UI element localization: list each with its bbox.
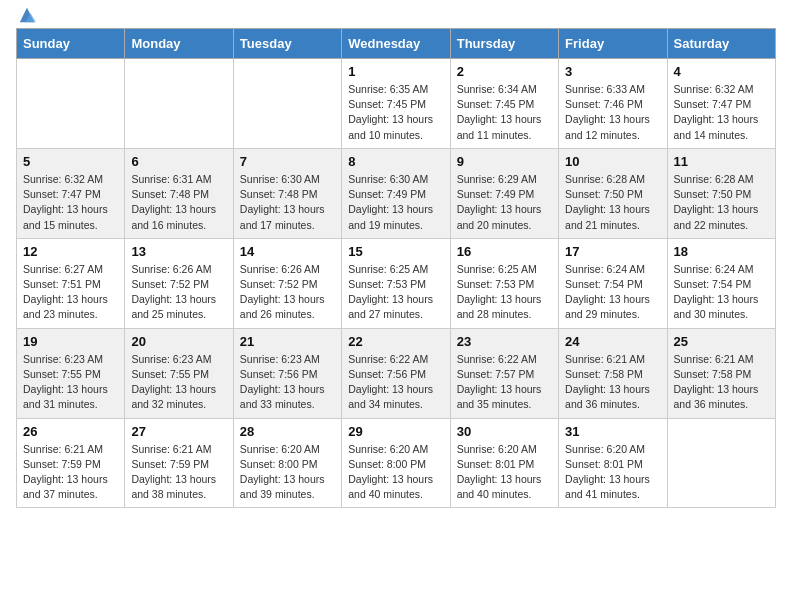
day-number: 6 xyxy=(131,154,226,169)
day-info: Sunrise: 6:28 AM Sunset: 7:50 PM Dayligh… xyxy=(565,172,660,233)
day-info: Sunrise: 6:35 AM Sunset: 7:45 PM Dayligh… xyxy=(348,82,443,143)
day-info: Sunrise: 6:34 AM Sunset: 7:45 PM Dayligh… xyxy=(457,82,552,143)
weekday-header-wednesday: Wednesday xyxy=(342,29,450,59)
calendar-cell: 30Sunrise: 6:20 AM Sunset: 8:01 PM Dayli… xyxy=(450,418,558,508)
day-number: 24 xyxy=(565,334,660,349)
calendar-cell: 17Sunrise: 6:24 AM Sunset: 7:54 PM Dayli… xyxy=(559,238,667,328)
calendar-cell xyxy=(233,59,341,149)
calendar-cell: 27Sunrise: 6:21 AM Sunset: 7:59 PM Dayli… xyxy=(125,418,233,508)
day-info: Sunrise: 6:26 AM Sunset: 7:52 PM Dayligh… xyxy=(240,262,335,323)
calendar-cell: 23Sunrise: 6:22 AM Sunset: 7:57 PM Dayli… xyxy=(450,328,558,418)
calendar-cell: 16Sunrise: 6:25 AM Sunset: 7:53 PM Dayli… xyxy=(450,238,558,328)
day-number: 16 xyxy=(457,244,552,259)
calendar-cell xyxy=(667,418,775,508)
day-number: 1 xyxy=(348,64,443,79)
calendar-table: SundayMondayTuesdayWednesdayThursdayFrid… xyxy=(16,28,776,508)
calendar-cell: 21Sunrise: 6:23 AM Sunset: 7:56 PM Dayli… xyxy=(233,328,341,418)
day-info: Sunrise: 6:23 AM Sunset: 7:55 PM Dayligh… xyxy=(23,352,118,413)
calendar-cell: 22Sunrise: 6:22 AM Sunset: 7:56 PM Dayli… xyxy=(342,328,450,418)
calendar-cell: 8Sunrise: 6:30 AM Sunset: 7:49 PM Daylig… xyxy=(342,148,450,238)
day-info: Sunrise: 6:20 AM Sunset: 8:00 PM Dayligh… xyxy=(240,442,335,503)
calendar-cell: 13Sunrise: 6:26 AM Sunset: 7:52 PM Dayli… xyxy=(125,238,233,328)
day-number: 14 xyxy=(240,244,335,259)
calendar-cell: 7Sunrise: 6:30 AM Sunset: 7:48 PM Daylig… xyxy=(233,148,341,238)
day-number: 28 xyxy=(240,424,335,439)
day-info: Sunrise: 6:23 AM Sunset: 7:56 PM Dayligh… xyxy=(240,352,335,413)
day-info: Sunrise: 6:30 AM Sunset: 7:49 PM Dayligh… xyxy=(348,172,443,233)
calendar-cell: 26Sunrise: 6:21 AM Sunset: 7:59 PM Dayli… xyxy=(17,418,125,508)
day-info: Sunrise: 6:22 AM Sunset: 7:56 PM Dayligh… xyxy=(348,352,443,413)
calendar-cell: 2Sunrise: 6:34 AM Sunset: 7:45 PM Daylig… xyxy=(450,59,558,149)
day-info: Sunrise: 6:20 AM Sunset: 8:00 PM Dayligh… xyxy=(348,442,443,503)
calendar-cell: 18Sunrise: 6:24 AM Sunset: 7:54 PM Dayli… xyxy=(667,238,775,328)
day-number: 12 xyxy=(23,244,118,259)
calendar-week-row: 1Sunrise: 6:35 AM Sunset: 7:45 PM Daylig… xyxy=(17,59,776,149)
weekday-header-tuesday: Tuesday xyxy=(233,29,341,59)
logo-icon xyxy=(18,6,36,24)
day-info: Sunrise: 6:21 AM Sunset: 7:58 PM Dayligh… xyxy=(674,352,769,413)
calendar-cell: 6Sunrise: 6:31 AM Sunset: 7:48 PM Daylig… xyxy=(125,148,233,238)
calendar-cell: 1Sunrise: 6:35 AM Sunset: 7:45 PM Daylig… xyxy=(342,59,450,149)
calendar-cell: 20Sunrise: 6:23 AM Sunset: 7:55 PM Dayli… xyxy=(125,328,233,418)
calendar-cell: 31Sunrise: 6:20 AM Sunset: 8:01 PM Dayli… xyxy=(559,418,667,508)
day-info: Sunrise: 6:25 AM Sunset: 7:53 PM Dayligh… xyxy=(457,262,552,323)
day-info: Sunrise: 6:28 AM Sunset: 7:50 PM Dayligh… xyxy=(674,172,769,233)
day-info: Sunrise: 6:31 AM Sunset: 7:48 PM Dayligh… xyxy=(131,172,226,233)
calendar-cell: 14Sunrise: 6:26 AM Sunset: 7:52 PM Dayli… xyxy=(233,238,341,328)
day-info: Sunrise: 6:21 AM Sunset: 7:58 PM Dayligh… xyxy=(565,352,660,413)
day-number: 20 xyxy=(131,334,226,349)
day-number: 2 xyxy=(457,64,552,79)
calendar-cell: 11Sunrise: 6:28 AM Sunset: 7:50 PM Dayli… xyxy=(667,148,775,238)
day-info: Sunrise: 6:23 AM Sunset: 7:55 PM Dayligh… xyxy=(131,352,226,413)
day-info: Sunrise: 6:24 AM Sunset: 7:54 PM Dayligh… xyxy=(674,262,769,323)
calendar-week-row: 26Sunrise: 6:21 AM Sunset: 7:59 PM Dayli… xyxy=(17,418,776,508)
calendar-cell: 10Sunrise: 6:28 AM Sunset: 7:50 PM Dayli… xyxy=(559,148,667,238)
day-number: 31 xyxy=(565,424,660,439)
calendar-cell: 24Sunrise: 6:21 AM Sunset: 7:58 PM Dayli… xyxy=(559,328,667,418)
calendar-cell: 19Sunrise: 6:23 AM Sunset: 7:55 PM Dayli… xyxy=(17,328,125,418)
day-number: 22 xyxy=(348,334,443,349)
calendar-cell: 29Sunrise: 6:20 AM Sunset: 8:00 PM Dayli… xyxy=(342,418,450,508)
day-info: Sunrise: 6:32 AM Sunset: 7:47 PM Dayligh… xyxy=(23,172,118,233)
weekday-header-thursday: Thursday xyxy=(450,29,558,59)
calendar-week-row: 12Sunrise: 6:27 AM Sunset: 7:51 PM Dayli… xyxy=(17,238,776,328)
day-number: 4 xyxy=(674,64,769,79)
day-number: 18 xyxy=(674,244,769,259)
weekday-header-friday: Friday xyxy=(559,29,667,59)
day-info: Sunrise: 6:26 AM Sunset: 7:52 PM Dayligh… xyxy=(131,262,226,323)
day-number: 10 xyxy=(565,154,660,169)
day-info: Sunrise: 6:20 AM Sunset: 8:01 PM Dayligh… xyxy=(565,442,660,503)
day-number: 29 xyxy=(348,424,443,439)
calendar-cell: 25Sunrise: 6:21 AM Sunset: 7:58 PM Dayli… xyxy=(667,328,775,418)
day-number: 15 xyxy=(348,244,443,259)
day-info: Sunrise: 6:33 AM Sunset: 7:46 PM Dayligh… xyxy=(565,82,660,143)
calendar-week-row: 5Sunrise: 6:32 AM Sunset: 7:47 PM Daylig… xyxy=(17,148,776,238)
day-info: Sunrise: 6:25 AM Sunset: 7:53 PM Dayligh… xyxy=(348,262,443,323)
day-number: 13 xyxy=(131,244,226,259)
day-number: 26 xyxy=(23,424,118,439)
weekday-header-row: SundayMondayTuesdayWednesdayThursdayFrid… xyxy=(17,29,776,59)
day-number: 8 xyxy=(348,154,443,169)
day-info: Sunrise: 6:21 AM Sunset: 7:59 PM Dayligh… xyxy=(131,442,226,503)
day-number: 23 xyxy=(457,334,552,349)
day-number: 17 xyxy=(565,244,660,259)
day-number: 30 xyxy=(457,424,552,439)
day-number: 3 xyxy=(565,64,660,79)
day-number: 5 xyxy=(23,154,118,169)
weekday-header-sunday: Sunday xyxy=(17,29,125,59)
day-number: 9 xyxy=(457,154,552,169)
day-info: Sunrise: 6:29 AM Sunset: 7:49 PM Dayligh… xyxy=(457,172,552,233)
day-info: Sunrise: 6:20 AM Sunset: 8:01 PM Dayligh… xyxy=(457,442,552,503)
day-info: Sunrise: 6:24 AM Sunset: 7:54 PM Dayligh… xyxy=(565,262,660,323)
calendar-cell: 4Sunrise: 6:32 AM Sunset: 7:47 PM Daylig… xyxy=(667,59,775,149)
day-number: 7 xyxy=(240,154,335,169)
day-number: 11 xyxy=(674,154,769,169)
day-number: 27 xyxy=(131,424,226,439)
calendar-cell xyxy=(125,59,233,149)
calendar-cell: 28Sunrise: 6:20 AM Sunset: 8:00 PM Dayli… xyxy=(233,418,341,508)
day-number: 21 xyxy=(240,334,335,349)
day-info: Sunrise: 6:22 AM Sunset: 7:57 PM Dayligh… xyxy=(457,352,552,413)
calendar-cell: 15Sunrise: 6:25 AM Sunset: 7:53 PM Dayli… xyxy=(342,238,450,328)
day-info: Sunrise: 6:30 AM Sunset: 7:48 PM Dayligh… xyxy=(240,172,335,233)
logo xyxy=(16,16,36,20)
